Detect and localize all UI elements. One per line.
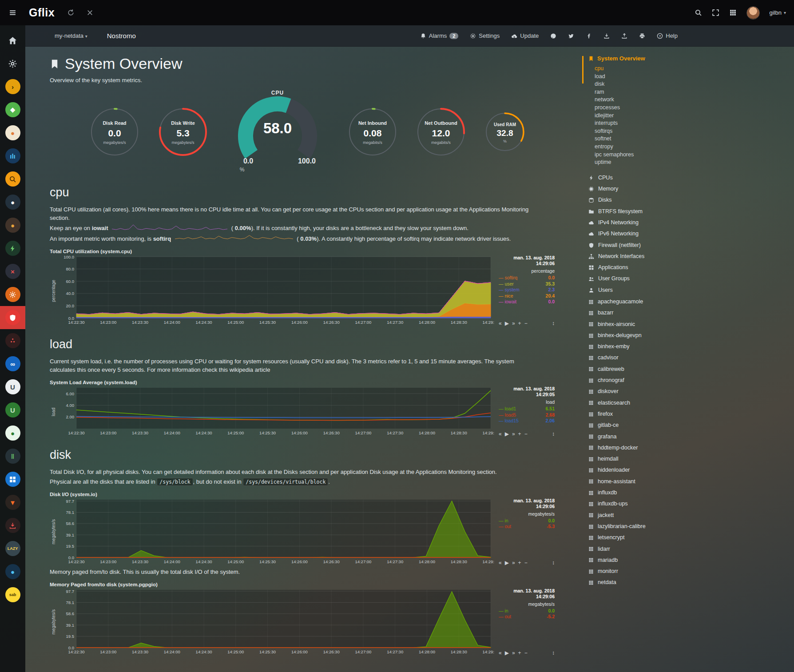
nav-item-softirqs[interactable]: softirqs xyxy=(588,127,700,135)
gauge-disk-write[interactable]: Disk Write 5.3 megabytes/s xyxy=(157,106,209,159)
nav-section-cpus[interactable]: CPUs xyxy=(588,172,700,183)
chart-tool-play[interactable]: ▶ xyxy=(505,650,509,656)
nav-app-lazylibrarian-calibre[interactable]: lazylibrarian-calibre xyxy=(588,521,700,532)
nav-item-uptime[interactable]: uptime xyxy=(588,159,700,167)
chart-tool-pan-left[interactable]: « xyxy=(499,560,502,566)
sidebar-app-emby[interactable]: ◆ xyxy=(0,98,25,121)
chart-tool-zoom-in[interactable]: + xyxy=(518,320,521,326)
legend-system[interactable]: — system 2.3 xyxy=(499,287,555,293)
nav-item-softnet[interactable]: softnet xyxy=(588,135,700,143)
ndnav-settings[interactable]: Settings xyxy=(470,32,500,39)
legend-load15[interactable]: — load15 2.06 xyxy=(499,418,555,424)
chart-tool-zoom-in[interactable]: + xyxy=(518,431,521,437)
sidebar-app-plex[interactable]: › xyxy=(0,75,25,98)
chart-tool-zoom-in[interactable]: + xyxy=(518,650,521,656)
ndnav-twitter[interactable] xyxy=(568,33,574,39)
legend-in[interactable]: — in 0.0 xyxy=(499,518,555,524)
nav-app-apacheguacamole[interactable]: apacheguacamole xyxy=(588,296,700,307)
chart-resize-handle[interactable]: ↕ xyxy=(552,650,555,656)
sidebar-app-sabnzbd[interactable]: sab xyxy=(0,583,25,606)
nav-section-ipv6-networking[interactable]: IPv6 Networking xyxy=(588,228,700,239)
sidebar-app-heimdall[interactable] xyxy=(0,468,25,491)
ndnav-download[interactable] xyxy=(603,33,610,39)
chart-tool-zoom-out[interactable]: − xyxy=(524,560,528,566)
sidebar-app-app-dark[interactable]: ● xyxy=(0,191,25,214)
legend-nice[interactable]: — nice 20.4 xyxy=(499,293,555,299)
pgpgio-chart-plot[interactable]: 14:22:3014:23:0014:23:3014:24:0014:24:30… xyxy=(57,588,494,656)
nav-section-btrfs-filesystem[interactable]: BTRFS filesystem xyxy=(588,206,700,217)
nav-item-load[interactable]: load xyxy=(588,73,700,81)
chart-tool-zoom-out[interactable]: − xyxy=(524,431,528,437)
chart-tool-pan-right[interactable]: » xyxy=(512,560,515,566)
nav-section-firewall-netfilter[interactable]: Firewall (netfilter) xyxy=(588,240,700,251)
nav-item-ipc-semaphores[interactable]: ipc semaphores xyxy=(588,151,700,159)
nav-item-network[interactable]: network xyxy=(588,96,700,104)
gauge-disk-read[interactable]: Disk Read 0.0 megabytes/s xyxy=(89,106,140,159)
nav-app-elasticsearch[interactable]: elasticsearch xyxy=(588,398,700,409)
nav-app-bazarr[interactable]: bazarr xyxy=(588,307,700,318)
chart-tool-zoom-out[interactable]: − xyxy=(524,320,528,326)
nav-app-binhex-airsonic[interactable]: binhex-airsonic xyxy=(588,319,700,330)
sidebar-app-app-x[interactable]: × xyxy=(0,260,25,283)
nav-item-processes[interactable]: processes xyxy=(588,104,700,112)
sidebar-app-app-u-green[interactable]: U xyxy=(0,398,25,421)
sidebar-app-ombi[interactable] xyxy=(0,283,25,306)
chart-tool-pan-right[interactable]: » xyxy=(512,650,515,656)
sidebar-app-librespeed[interactable]: ‖ xyxy=(0,445,25,468)
avatar[interactable] xyxy=(746,6,760,20)
close-tab-button[interactable] xyxy=(86,9,94,16)
sidebar-app-app-swirl[interactable]: ● xyxy=(0,421,25,445)
fullscreen-icon[interactable] xyxy=(712,9,719,16)
chart-tool-play[interactable]: ▶ xyxy=(505,320,509,326)
sidebar-app-app-cream[interactable]: ● xyxy=(0,121,25,144)
chart-tool-pan-left[interactable]: « xyxy=(499,650,502,656)
chart-resize-handle[interactable]: ↕ xyxy=(552,560,555,566)
nav-app-calibreweb[interactable]: calibreweb xyxy=(588,364,700,375)
hamburger-menu-icon[interactable] xyxy=(9,9,16,16)
nav-app-influxdb[interactable]: influxdb xyxy=(588,487,700,498)
host-dropdown[interactable]: my-netdata ▾ xyxy=(55,32,87,39)
legend-out[interactable]: — out -5.3 xyxy=(499,524,555,530)
sidebar-app-app-bolt[interactable] xyxy=(0,237,25,260)
ndnav-alarms[interactable]: Alarms2 xyxy=(420,32,459,39)
nav-section-network-interfaces[interactable]: Network Interfaces xyxy=(588,251,700,262)
ndnav-upload[interactable] xyxy=(621,33,627,39)
chart-resize-handle[interactable]: ↕ xyxy=(552,320,555,326)
nav-item-entropy[interactable]: entropy xyxy=(588,143,700,151)
nav-app-mariadb[interactable]: mariadb xyxy=(588,555,700,566)
nav-app-jackett[interactable]: jackett xyxy=(588,510,700,521)
sidebar-app-nextcloud[interactable]: ∞ xyxy=(0,352,25,375)
nav-section-disks[interactable]: Disks xyxy=(588,195,700,206)
legend-softirq[interactable]: — softirq 0.0 xyxy=(499,275,555,281)
nav-app-binhex-emby[interactable]: binhex-emby xyxy=(588,341,700,352)
chart-tool-pan-right[interactable]: » xyxy=(512,320,515,326)
nav-item-idlejitter[interactable]: idlejitter xyxy=(588,112,700,120)
wikipedia-link[interactable]: wikipedia article xyxy=(230,366,270,373)
sidebar-app-app-dots[interactable]: ∴ xyxy=(0,329,25,352)
sidebar-app-airsonic[interactable]: ılı xyxy=(0,144,25,167)
ndnav-help[interactable]: ?Help xyxy=(657,32,678,39)
nav-app-cadvisor[interactable]: cadvisor xyxy=(588,352,700,363)
gauge-cpu[interactable]: CPU 58.0 0.0 100.0 % xyxy=(226,90,330,176)
chart-tool-zoom-out[interactable]: − xyxy=(524,650,528,656)
nav-item-ram[interactable]: ram xyxy=(588,88,700,96)
nav-section-applications[interactable]: Applications xyxy=(588,262,700,273)
gauge-net-inbound[interactable]: Net Inbound 0.08 megabits/s xyxy=(347,106,398,159)
sidebar-app-app-tan[interactable]: ● xyxy=(0,214,25,237)
nav-app-hddtemp-docker[interactable]: hddtemp-docker xyxy=(588,442,700,453)
sidebar-app-app-u-light[interactable]: U xyxy=(0,375,25,398)
legend-user[interactable]: — user 35.3 xyxy=(499,281,555,287)
sidebar-app-settings[interactable] xyxy=(0,52,25,75)
ndnav-facebook[interactable] xyxy=(586,33,592,39)
legend-load1[interactable]: — load1 6.51 xyxy=(499,406,555,412)
disk-chart-plot[interactable]: 14:22:3014:23:0014:23:3014:24:0014:24:30… xyxy=(57,498,494,566)
nav-app-binhex-delugevpn[interactable]: binhex-delugevpn xyxy=(588,330,700,341)
nav-system-overview[interactable]: System Overview xyxy=(588,55,700,62)
ndnav-update[interactable]: Update xyxy=(511,32,539,39)
chart-tool-pan-left[interactable]: « xyxy=(499,431,502,437)
sidebar-app-netdata-active[interactable] xyxy=(0,306,25,329)
legend-load5[interactable]: — load5 2.68 xyxy=(499,412,555,418)
nav-item-interrupts[interactable]: interrupts xyxy=(588,119,700,127)
chart-tool-pan-right[interactable]: » xyxy=(512,431,515,437)
apps-grid-icon[interactable] xyxy=(729,9,737,16)
